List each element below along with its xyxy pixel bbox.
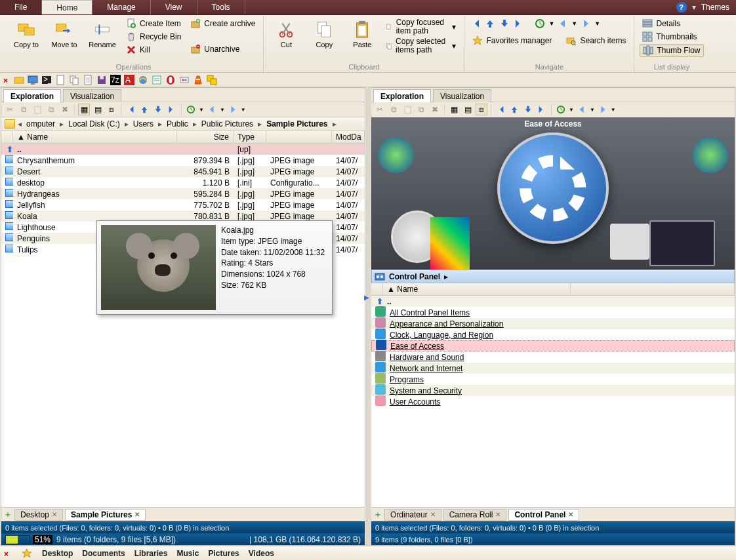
nav-down-icon[interactable]	[522, 104, 534, 115]
control-panel-item[interactable]: User Accounts	[371, 396, 735, 407]
forward-icon[interactable]	[580, 18, 592, 30]
tab-visualization[interactable]: Visualization	[63, 89, 121, 102]
file-row[interactable]: Hydrangeas595.284 B[.jpg]JPEG image14/07…	[1, 188, 365, 199]
create-item-button[interactable]: Create Item	[123, 18, 184, 30]
favorites-manager-button[interactable]: Favorites manager	[470, 35, 554, 47]
right-listview[interactable]: ▲ Name ⬆ .. All Control Panel Items Appe…	[371, 283, 735, 507]
nav-last-icon[interactable]	[536, 104, 548, 115]
duplicate-icon[interactable]: ⧉	[45, 104, 57, 115]
close-icon[interactable]: ×	[3, 76, 11, 84]
file-row[interactable]: Jellyfish775.702 B[.jpg]JPEG image14/07/	[1, 199, 365, 210]
menu-file[interactable]: File	[0, 0, 42, 14]
nav-first-icon[interactable]	[495, 104, 506, 115]
qa-notepad-icon[interactable]	[151, 74, 163, 86]
col-moddate[interactable]: ModDa	[332, 131, 365, 143]
nav-down-icon[interactable]	[499, 18, 510, 30]
col-name[interactable]: Name	[27, 132, 48, 142]
copy-to-button[interactable]: Copy to	[9, 18, 43, 62]
qa-pdf-icon[interactable]: A	[123, 74, 135, 86]
qa-ie-icon[interactable]	[137, 74, 149, 86]
session-tab[interactable]: Camera Roll✕	[443, 509, 507, 521]
delete-icon[interactable]: ✖	[429, 104, 441, 115]
file-row[interactable]: Desert845.941 B[.jpg]JPEG image14/07/	[1, 166, 365, 177]
copy-icon[interactable]: ⧉	[18, 104, 30, 115]
copy-selected-path-button[interactable]: Copy selected items path▾	[383, 37, 459, 54]
favorite-link[interactable]: Libraries	[134, 549, 168, 558]
favorite-link[interactable]: Documents	[82, 549, 125, 558]
cut-button[interactable]: Cut	[269, 18, 303, 62]
view-flow-icon[interactable]: ⧈	[476, 104, 487, 115]
view-thumbnails-button[interactable]: Thumbnails	[640, 31, 703, 43]
control-panel-item[interactable]: All Control Panel Items	[371, 307, 735, 318]
menu-tools[interactable]: Tools	[197, 0, 245, 14]
view-flow-icon[interactable]: ⧈	[106, 104, 117, 115]
search-items-button[interactable]: Search items	[563, 35, 628, 47]
qa-7z-icon[interactable]: 7z	[110, 74, 121, 86]
add-tab-icon[interactable]: ＋	[373, 509, 382, 521]
favorite-link[interactable]: Music	[176, 549, 199, 558]
back-icon[interactable]	[557, 18, 569, 30]
view-list-icon[interactable]: ▦	[78, 104, 90, 115]
history-icon[interactable]	[534, 18, 546, 30]
close-tab-icon[interactable]: ✕	[568, 511, 573, 518]
control-panel-item[interactable]: Network and Internet	[371, 363, 735, 374]
forward-icon[interactable]	[227, 104, 239, 115]
nav-up-icon[interactable]	[508, 104, 520, 115]
session-tab[interactable]: Sample Pictures✕	[65, 509, 146, 521]
copy-icon[interactable]: ⧉	[388, 104, 399, 115]
cut-icon[interactable]: ✂	[374, 104, 386, 115]
control-panel-item[interactable]: Programs	[371, 374, 735, 385]
view-list-icon[interactable]: ▦	[448, 104, 460, 115]
menu-home[interactable]: Home	[42, 0, 92, 14]
close-tab-icon[interactable]: ✕	[430, 511, 436, 518]
up-row[interactable]: ⬆ .. [up]	[1, 144, 365, 155]
nav-first-icon[interactable]	[470, 18, 481, 30]
file-row[interactable]: Chrysanthemum879.394 B[.jpg]JPEG image14…	[1, 155, 365, 166]
close-tab-icon[interactable]: ✕	[495, 511, 501, 518]
nav-up-icon[interactable]	[138, 104, 150, 115]
qa-cmd-icon[interactable]: >_	[41, 74, 52, 86]
control-panel-item[interactable]: Clock, Language, and Region	[371, 329, 735, 340]
rename-button[interactable]: Rename	[85, 18, 119, 62]
splitter[interactable]	[366, 87, 370, 546]
qa-paint-icon[interactable]	[178, 74, 190, 86]
menu-view[interactable]: View	[151, 0, 197, 14]
forward-icon[interactable]	[597, 104, 609, 115]
close-icon[interactable]: ×	[4, 550, 12, 557]
col-type[interactable]: Type	[234, 131, 266, 143]
col-size[interactable]: Size	[177, 131, 234, 143]
copy-button[interactable]: Copy	[307, 18, 341, 62]
col-name[interactable]: Name	[397, 285, 418, 294]
view-thumbflow-button[interactable]: Thumb Flow	[640, 44, 703, 57]
qa-cascade-icon[interactable]	[206, 74, 218, 86]
dropdown-icon[interactable]: ▼	[571, 20, 577, 27]
themes-label[interactable]: Themes	[701, 3, 729, 12]
paste-icon[interactable]: 📋	[401, 104, 413, 115]
qa-explorer-icon[interactable]	[13, 74, 25, 86]
dropdown-icon[interactable]: ▼	[594, 20, 600, 27]
delete-icon[interactable]: ✖	[59, 104, 71, 115]
history-icon[interactable]	[185, 104, 197, 115]
menu-manage[interactable]: Manage	[92, 0, 150, 14]
tab-exploration[interactable]: Exploration	[373, 89, 431, 102]
view-details-button[interactable]: Details	[640, 18, 703, 30]
control-panel-item[interactable]: Hardware and Sound	[371, 351, 735, 363]
view-tiles-icon[interactable]: ▤	[462, 104, 474, 115]
nav-up-icon[interactable]	[484, 18, 496, 30]
qa-copy-icon[interactable]	[68, 74, 80, 86]
unarchive-button[interactable]: Unarchive	[188, 43, 258, 55]
nav-last-icon[interactable]	[166, 104, 178, 115]
copy-focused-path-button[interactable]: Copy focused item path▾	[383, 18, 459, 35]
tab-exploration[interactable]: Exploration	[3, 89, 61, 102]
control-panel-item[interactable]: System and Security	[371, 385, 735, 396]
cut-icon[interactable]: ✂	[4, 104, 16, 115]
qa-newdoc-icon[interactable]	[54, 74, 66, 86]
session-tab[interactable]: Desktop✕	[14, 509, 63, 521]
view-tiles-icon[interactable]: ▤	[92, 104, 104, 115]
duplicate-icon[interactable]: ⧉	[415, 104, 427, 115]
nav-down-icon[interactable]	[152, 104, 164, 115]
dropdown-icon[interactable]: ▼	[548, 20, 554, 27]
qa-opera-icon[interactable]	[165, 74, 176, 86]
themes-chevron-icon[interactable]: ▾	[692, 3, 696, 12]
kill-button[interactable]: Kill	[123, 44, 184, 56]
